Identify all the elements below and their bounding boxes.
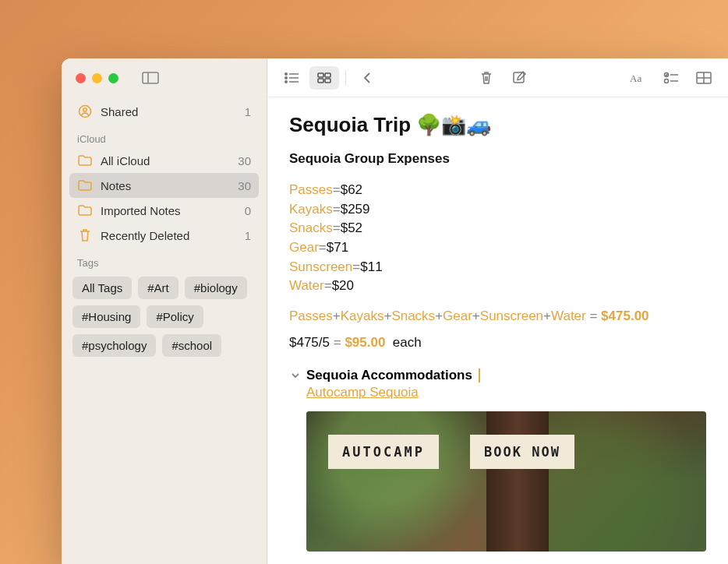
expense-line: Snacks=$52 [289, 219, 706, 238]
sidebar-item-count: 30 [238, 154, 251, 167]
fullscreen-window-button[interactable] [108, 73, 118, 83]
window-controls [76, 73, 118, 83]
sidebar-folder-all-icloud[interactable]: All iCloud30 [69, 148, 259, 173]
tag-chip[interactable]: #school [162, 334, 221, 357]
sidebar-item-label: Recently Deleted [101, 229, 237, 242]
sidebar-item-label: Shared [101, 105, 237, 118]
minimize-window-button[interactable] [92, 73, 102, 83]
sidebar-item-count: 30 [238, 179, 251, 192]
svg-point-6 [285, 76, 287, 78]
svg-rect-0 [143, 72, 158, 83]
folder-icon [77, 203, 93, 218]
app-window: Shared 1 iCloud All iCloud30Notes30Impor… [62, 58, 728, 564]
toolbar-separator [345, 70, 346, 86]
expense-line: Kayaks=$259 [289, 200, 706, 220]
section-header-icloud: iCloud [69, 124, 259, 148]
svg-point-4 [285, 72, 287, 74]
titlebar [62, 58, 267, 97]
svg-rect-10 [318, 73, 323, 77]
tags-container: All Tags#Art#biology#Housing#Policy#psyc… [69, 272, 259, 361]
expense-sum: Passes+Kayaks+Snacks+Gear+Sunscreen+Wate… [289, 308, 706, 324]
sidebar-folder-notes[interactable]: Notes30 [69, 173, 259, 198]
svg-rect-11 [325, 73, 330, 77]
accommodations-header: Sequoia Accommodations [306, 368, 472, 383]
text-cursor [479, 368, 480, 382]
svg-rect-13 [325, 79, 330, 83]
sidebar: Shared 1 iCloud All iCloud30Notes30Impor… [62, 58, 267, 564]
note-content[interactable]: Sequoia Trip 🌳📸🚙 Sequoia Group Expenses … [267, 97, 728, 564]
per-person-line: $475/5 = $95.00 each [289, 335, 706, 351]
view-gallery-button[interactable] [309, 66, 339, 90]
accommodations-link[interactable]: Autocamp Sequoia [306, 385, 419, 400]
tag-chip[interactable]: #biology [185, 277, 247, 299]
accommodations-link-row: Autocamp Sequoia [306, 385, 706, 400]
expense-line: Water=$20 [289, 277, 706, 296]
tag-chip[interactable]: All Tags [72, 277, 132, 299]
note-title: Sequoia Trip 🌳📸🚙 [289, 113, 706, 137]
sidebar-item-shared[interactable]: Shared 1 [69, 99, 259, 124]
main-pane: Aa Sequoia Trip 🌳📸🚙 Sequoia Group Expens… [267, 58, 728, 564]
close-window-button[interactable] [76, 73, 86, 83]
checklist-button[interactable] [656, 66, 686, 90]
accommodations-section[interactable]: Sequoia Accommodations [289, 368, 706, 383]
sidebar-item-count: 1 [245, 229, 251, 242]
svg-rect-12 [318, 79, 323, 83]
expense-line: Passes=$62 [289, 181, 706, 200]
division-suffix: each [393, 335, 422, 350]
shared-icon [77, 104, 93, 119]
sidebar-item-label: Imported Notes [101, 204, 237, 217]
format-text-button[interactable]: Aa [624, 66, 653, 90]
sum-total: $475.00 [601, 308, 648, 323]
toggle-sidebar-button[interactable] [140, 70, 161, 86]
sidebar-item-count: 0 [245, 204, 251, 217]
section-header-tags: Tags [69, 248, 259, 272]
sidebar-item-label: All iCloud [101, 154, 230, 167]
sidebar-folder-recently-deleted[interactable]: Recently Deleted1 [69, 223, 259, 248]
svg-point-8 [285, 80, 287, 82]
division-result: $95.00 [345, 335, 385, 350]
expense-line: Sunscreen=$11 [289, 258, 706, 277]
svg-point-20 [665, 79, 669, 83]
sidebar-content: Shared 1 iCloud All iCloud30Notes30Impor… [62, 97, 267, 369]
sidebar-item-count: 1 [245, 105, 251, 118]
note-subtitle: Sequoia Group Expenses [289, 151, 706, 167]
sidebar-item-label: Notes [101, 179, 230, 192]
tag-chip[interactable]: #Policy [147, 305, 203, 328]
toolbar: Aa [267, 58, 728, 97]
folder-icon [77, 178, 93, 193]
back-button[interactable] [352, 66, 382, 90]
svg-point-3 [83, 108, 87, 111]
svg-text:Aa: Aa [630, 72, 641, 84]
link-preview-image[interactable]: AUTOCAMP BOOK NOW [306, 411, 706, 552]
tag-chip[interactable]: #psychology [72, 334, 156, 357]
trash-icon [77, 227, 93, 243]
new-note-button[interactable] [504, 66, 534, 90]
tag-chip[interactable]: #Art [138, 277, 178, 299]
insert-table-button[interactable] [689, 66, 719, 90]
chevron-down-icon [289, 369, 302, 382]
expense-line: Gear=$71 [289, 238, 706, 258]
sidebar-folder-imported-notes[interactable]: Imported Notes0 [69, 198, 259, 223]
division-lhs: $475/5 [289, 335, 330, 350]
folder-icon [77, 153, 93, 168]
tag-chip[interactable]: #Housing [72, 305, 140, 328]
preview-logo-banner: AUTOCAMP [328, 435, 439, 469]
preview-cta-banner: BOOK NOW [470, 435, 574, 469]
delete-note-button[interactable] [472, 66, 501, 90]
view-list-button[interactable] [277, 66, 306, 90]
